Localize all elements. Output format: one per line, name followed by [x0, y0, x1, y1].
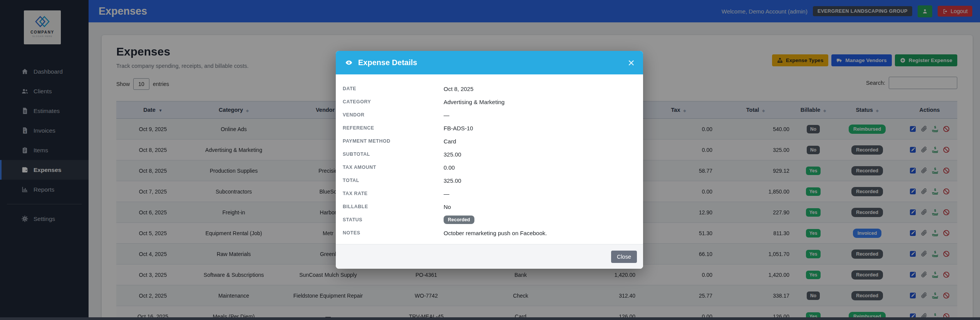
field-label: Notes	[343, 230, 444, 236]
close-icon[interactable]: ×	[628, 57, 635, 69]
detail-row: Total325.00	[343, 174, 636, 187]
modal-title: Expense Details	[358, 58, 417, 67]
field-label: Status	[343, 217, 444, 222]
field-label: Reference	[343, 125, 444, 131]
detail-row: Vendor—	[343, 108, 636, 121]
modal-footer: Close	[336, 244, 643, 269]
field-value: October remarketing push on Facebook.	[444, 230, 547, 236]
status-badge: Recorded	[444, 216, 474, 224]
detail-row: CategoryAdvertising & Marketing	[343, 95, 636, 108]
detail-row: DateOct 8, 2025	[343, 82, 636, 95]
eye-icon	[344, 59, 353, 66]
field-value: Advertising & Marketing	[444, 99, 504, 105]
field-value: 325.00	[444, 177, 461, 184]
field-value: Card	[444, 138, 456, 145]
field-value: 325.00	[444, 151, 461, 158]
field-label: Payment Method	[343, 138, 444, 144]
field-label: Total	[343, 178, 444, 183]
field-value: —	[444, 112, 449, 118]
detail-row: Subtotal325.00	[343, 148, 636, 161]
modal-header: Expense Details ×	[336, 51, 643, 74]
detail-row: NotesOctober remarketing push on Faceboo…	[343, 226, 636, 239]
detail-row: Tax Rate—	[343, 187, 636, 200]
field-value: 0.00	[444, 164, 455, 171]
field-label: Category	[343, 99, 444, 104]
field-value: Oct 8, 2025	[444, 86, 474, 92]
detail-row: StatusRecorded	[343, 213, 636, 226]
detail-row: Payment MethodCard	[343, 135, 636, 148]
field-value: No	[444, 204, 451, 210]
field-label: Subtotal	[343, 152, 444, 157]
field-label: Billable	[343, 204, 444, 209]
field-label: Tax Rate	[343, 191, 444, 196]
detail-row: BillableNo	[343, 200, 636, 213]
field-label: Date	[343, 86, 444, 91]
close-button[interactable]: Close	[611, 251, 637, 263]
field-label: Tax Amount	[343, 165, 444, 170]
modal-body: DateOct 8, 2025CategoryAdvertising & Mar…	[336, 74, 643, 244]
field-label: Vendor	[343, 112, 444, 118]
field-value: —	[444, 190, 449, 197]
detail-row: Tax Amount0.00	[343, 161, 636, 174]
field-value: FB-ADS-10	[444, 125, 473, 131]
expense-details-modal: Expense Details × DateOct 8, 2025Categor…	[336, 51, 643, 269]
detail-row: ReferenceFB-ADS-10	[343, 121, 636, 135]
